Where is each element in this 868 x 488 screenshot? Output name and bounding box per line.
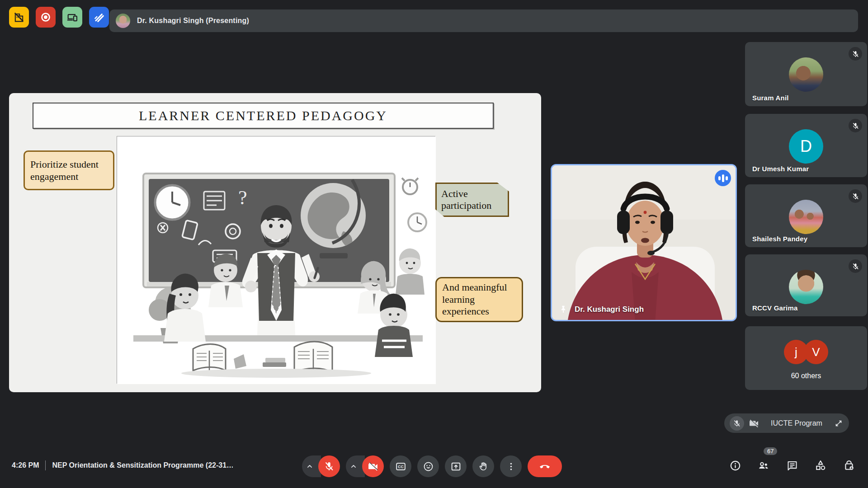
divider <box>45 460 46 470</box>
raise-hand-icon <box>478 461 489 472</box>
people-icon <box>757 459 770 472</box>
microphone-control <box>302 455 340 477</box>
avatar-initial: D <box>800 137 812 156</box>
slide-title-box: LEARNER CENTERED PEDAGOGY <box>33 103 494 129</box>
participant-count-badge: 67 <box>764 447 777 455</box>
mic-off-icon <box>852 192 859 200</box>
meeting-details-button[interactable] <box>729 459 741 472</box>
camera-off-icon <box>749 418 760 429</box>
chat-button[interactable] <box>786 459 798 472</box>
group-avatars: j V <box>784 340 828 364</box>
show-everyone-button[interactable]: 67 <box>757 459 770 472</box>
mic-off-icon <box>852 50 859 58</box>
record-extension-button[interactable] <box>36 7 56 28</box>
slide-callout-active-participation: Active participation <box>435 183 509 217</box>
svg-text:?: ? <box>238 187 247 209</box>
chevron-up-icon <box>305 462 314 471</box>
presenter-label: Dr. Kushagri Singh (Presenting) <box>137 17 249 25</box>
domain-disabled-extension-button[interactable] <box>9 7 29 28</box>
avatar <box>789 200 823 234</box>
vertical-dots-icon <box>505 461 517 472</box>
participant-tile-shailesh-pandey[interactable]: Shailesh Pandey <box>745 184 867 247</box>
activities-button[interactable] <box>814 459 827 472</box>
classroom-illustration: ? <box>117 136 435 384</box>
smiley-icon <box>423 461 434 472</box>
self-view-bar[interactable]: IUCTE Program <box>724 413 849 433</box>
devices-icon <box>66 11 79 23</box>
camera-off-button[interactable] <box>362 455 384 477</box>
camera-control <box>346 455 384 477</box>
speaker-video-tile[interactable]: Dr. Kushagri Singh <box>551 164 737 321</box>
avatar <box>789 57 823 92</box>
callout-text: Prioritize student engagement <box>30 158 108 183</box>
building-slash-icon <box>13 11 25 23</box>
pin-icon <box>558 305 568 314</box>
speaker-video-frame <box>552 165 737 321</box>
present-screen-button[interactable] <box>445 455 467 477</box>
mic-muted-badge <box>849 119 862 132</box>
avatar-initial: V <box>804 340 828 364</box>
avatar <box>789 270 823 304</box>
closed-captions-icon <box>395 461 406 472</box>
participant-name: Shailesh Pandey <box>752 235 807 243</box>
shared-presentation-slide: LEARNER CENTERED PEDAGOGY ? <box>9 93 541 392</box>
participant-tile-others[interactable]: j V 60 others <box>745 326 867 390</box>
record-icon <box>39 11 52 23</box>
mic-muted-badge <box>849 259 862 273</box>
slide-callout-meaningful-learning: And meaningful learning experiences <box>435 277 523 322</box>
host-controls-button[interactable] <box>843 459 855 472</box>
mic-off-icon <box>852 263 859 270</box>
speaking-audio-indicator <box>715 170 731 186</box>
mute-microphone-button[interactable] <box>318 455 340 477</box>
phone-end-icon <box>538 460 551 473</box>
chevron-up-icon <box>349 462 358 471</box>
captions-button[interactable] <box>390 455 411 477</box>
speaker-name: Dr. Kushagri Singh <box>575 305 644 314</box>
avatar: D <box>789 129 823 164</box>
others-count-label: 60 others <box>745 372 867 380</box>
camera-off-icon <box>368 461 379 472</box>
raise-hand-button[interactable] <box>472 455 494 477</box>
present-screen-icon <box>450 461 462 472</box>
participant-tile-suram-anil[interactable]: Suram Anil <box>745 42 867 106</box>
presenter-avatar <box>116 14 130 28</box>
self-view-name: IUCTE Program <box>764 419 829 427</box>
participant-tile-umesh-kumar[interactable]: D Dr Umesh Kumar <box>745 114 867 177</box>
participant-name: Dr Umesh Kumar <box>752 165 809 173</box>
annotate-extension-button[interactable] <box>89 7 109 28</box>
more-options-button[interactable] <box>500 455 522 477</box>
self-mic-muted-badge[interactable] <box>730 416 744 431</box>
meeting-title: NEP Orientation & Sensitization Programm… <box>52 461 233 469</box>
callout-text: And meaningful learning experiences <box>442 282 516 317</box>
mic-muted-badge <box>849 47 862 61</box>
slide-callout-prioritize: Prioritize student engagement <box>24 150 114 190</box>
participant-name: Suram Anil <box>752 94 789 102</box>
devices-extension-button[interactable] <box>62 7 82 28</box>
chat-icon <box>786 460 798 472</box>
participant-tile-rccv-garima[interactable]: RCCV Garima <box>745 254 867 316</box>
reactions-button[interactable] <box>417 455 439 477</box>
mic-muted-badge <box>849 189 862 203</box>
slide-title: LEARNER CENTERED PEDAGOGY <box>139 108 387 123</box>
meeting-info-area: 4:26 PM NEP Orientation & Sensitization … <box>12 460 233 470</box>
classroom-illustration-drawing: ? <box>117 136 436 384</box>
pen-scribble-icon <box>93 11 105 23</box>
clock-time: 4:26 PM <box>12 461 39 469</box>
mic-off-icon <box>733 419 741 427</box>
panel-buttons: 67 <box>729 459 855 472</box>
call-controls <box>302 455 562 477</box>
info-icon <box>729 460 741 472</box>
expand-icon[interactable] <box>834 418 844 428</box>
leave-call-button[interactable] <box>528 455 562 477</box>
participant-name: RCCV Garima <box>752 304 798 312</box>
presenting-banner: Dr. Kushagri Singh (Presenting) <box>109 9 858 32</box>
mic-off-icon <box>852 122 859 130</box>
browser-extension-row <box>9 7 109 28</box>
lock-person-icon <box>843 459 855 472</box>
callout-text: Active participation <box>441 188 503 212</box>
mic-off-icon <box>324 461 335 472</box>
activities-shapes-icon <box>814 459 827 472</box>
